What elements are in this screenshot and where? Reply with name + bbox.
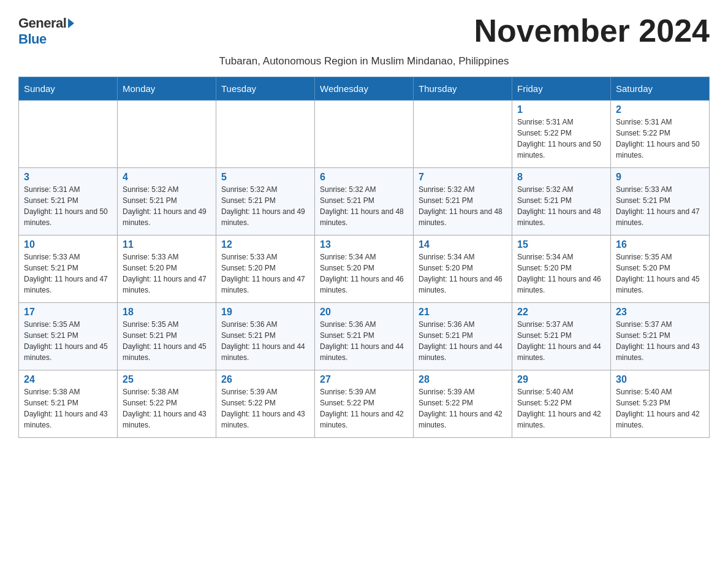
calendar-cell: 21Sunrise: 5:36 AMSunset: 5:21 PMDayligh… bbox=[414, 303, 512, 370]
day-number: 8 bbox=[517, 172, 605, 183]
weekday-header-friday: Friday bbox=[512, 77, 611, 101]
day-info: Sunrise: 5:33 AMSunset: 5:21 PMDaylight:… bbox=[24, 251, 112, 296]
calendar-week-row: 1Sunrise: 5:31 AMSunset: 5:22 PMDaylight… bbox=[19, 101, 710, 168]
month-title: November 2024 bbox=[474, 12, 710, 49]
calendar-cell: 4Sunrise: 5:32 AMSunset: 5:21 PMDaylight… bbox=[118, 168, 216, 236]
calendar-cell: 14Sunrise: 5:34 AMSunset: 5:20 PMDayligh… bbox=[414, 236, 512, 303]
day-number: 11 bbox=[123, 239, 211, 250]
day-info: Sunrise: 5:38 AMSunset: 5:21 PMDaylight:… bbox=[24, 386, 112, 431]
day-info: Sunrise: 5:36 AMSunset: 5:21 PMDaylight:… bbox=[419, 319, 507, 363]
calendar-cell: 5Sunrise: 5:32 AMSunset: 5:21 PMDaylight… bbox=[216, 168, 315, 236]
calendar-cell: 30Sunrise: 5:40 AMSunset: 5:23 PMDayligh… bbox=[611, 370, 710, 438]
day-info: Sunrise: 5:39 AMSunset: 5:22 PMDaylight:… bbox=[419, 386, 507, 431]
calendar-week-row: 3Sunrise: 5:31 AMSunset: 5:21 PMDaylight… bbox=[19, 168, 710, 236]
day-info: Sunrise: 5:35 AMSunset: 5:21 PMDaylight:… bbox=[24, 319, 112, 363]
calendar-cell: 8Sunrise: 5:32 AMSunset: 5:21 PMDaylight… bbox=[512, 168, 611, 236]
day-info: Sunrise: 5:37 AMSunset: 5:21 PMDaylight:… bbox=[616, 319, 704, 363]
calendar-week-row: 10Sunrise: 5:33 AMSunset: 5:21 PMDayligh… bbox=[19, 236, 710, 303]
calendar-week-row: 24Sunrise: 5:38 AMSunset: 5:21 PMDayligh… bbox=[19, 370, 710, 438]
day-number: 28 bbox=[419, 374, 507, 385]
day-number: 9 bbox=[616, 172, 704, 183]
day-info: Sunrise: 5:36 AMSunset: 5:21 PMDaylight:… bbox=[320, 319, 408, 363]
calendar-cell bbox=[19, 101, 118, 168]
calendar-cell: 3Sunrise: 5:31 AMSunset: 5:21 PMDaylight… bbox=[19, 168, 118, 236]
day-number: 26 bbox=[221, 374, 309, 385]
day-info: Sunrise: 5:35 AMSunset: 5:21 PMDaylight:… bbox=[123, 319, 211, 363]
day-info: Sunrise: 5:40 AMSunset: 5:23 PMDaylight:… bbox=[616, 386, 704, 431]
day-number: 7 bbox=[419, 172, 507, 183]
day-info: Sunrise: 5:39 AMSunset: 5:22 PMDaylight:… bbox=[221, 386, 309, 431]
day-info: Sunrise: 5:31 AMSunset: 5:22 PMDaylight:… bbox=[517, 117, 605, 161]
calendar-cell bbox=[414, 101, 512, 168]
calendar-cell: 16Sunrise: 5:35 AMSunset: 5:20 PMDayligh… bbox=[611, 236, 710, 303]
day-info: Sunrise: 5:32 AMSunset: 5:21 PMDaylight:… bbox=[123, 184, 211, 228]
day-number: 2 bbox=[616, 104, 704, 115]
day-number: 27 bbox=[320, 374, 408, 385]
calendar-cell: 6Sunrise: 5:32 AMSunset: 5:21 PMDaylight… bbox=[315, 168, 414, 236]
calendar-cell: 22Sunrise: 5:37 AMSunset: 5:21 PMDayligh… bbox=[512, 303, 611, 370]
logo-blue-text: Blue bbox=[18, 31, 47, 47]
day-number: 6 bbox=[320, 172, 408, 183]
day-info: Sunrise: 5:36 AMSunset: 5:21 PMDaylight:… bbox=[221, 319, 309, 363]
day-info: Sunrise: 5:31 AMSunset: 5:22 PMDaylight:… bbox=[616, 117, 704, 161]
calendar-cell: 11Sunrise: 5:33 AMSunset: 5:20 PMDayligh… bbox=[118, 236, 216, 303]
weekday-header-row: SundayMondayTuesdayWednesdayThursdayFrid… bbox=[19, 77, 710, 101]
day-number: 16 bbox=[616, 239, 704, 250]
calendar-cell: 29Sunrise: 5:40 AMSunset: 5:22 PMDayligh… bbox=[512, 370, 611, 438]
weekday-header-tuesday: Tuesday bbox=[216, 77, 315, 101]
day-info: Sunrise: 5:38 AMSunset: 5:22 PMDaylight:… bbox=[123, 386, 211, 431]
calendar-cell: 23Sunrise: 5:37 AMSunset: 5:21 PMDayligh… bbox=[611, 303, 710, 370]
day-info: Sunrise: 5:33 AMSunset: 5:20 PMDaylight:… bbox=[123, 251, 211, 296]
day-number: 15 bbox=[517, 239, 605, 250]
day-number: 10 bbox=[24, 239, 112, 250]
calendar-cell: 27Sunrise: 5:39 AMSunset: 5:22 PMDayligh… bbox=[315, 370, 414, 438]
logo: General Blue bbox=[18, 12, 74, 47]
calendar-cell: 12Sunrise: 5:33 AMSunset: 5:20 PMDayligh… bbox=[216, 236, 315, 303]
page-header: General Blue November 2024 bbox=[18, 12, 710, 49]
day-info: Sunrise: 5:31 AMSunset: 5:21 PMDaylight:… bbox=[24, 184, 112, 228]
day-number: 24 bbox=[24, 374, 112, 385]
calendar-cell: 20Sunrise: 5:36 AMSunset: 5:21 PMDayligh… bbox=[315, 303, 414, 370]
day-info: Sunrise: 5:32 AMSunset: 5:21 PMDaylight:… bbox=[517, 184, 605, 228]
weekday-header-saturday: Saturday bbox=[611, 77, 710, 101]
day-number: 3 bbox=[24, 172, 112, 183]
calendar-cell: 15Sunrise: 5:34 AMSunset: 5:20 PMDayligh… bbox=[512, 236, 611, 303]
day-number: 13 bbox=[320, 239, 408, 250]
day-number: 29 bbox=[517, 374, 605, 385]
day-number: 25 bbox=[123, 374, 211, 385]
day-number: 12 bbox=[221, 239, 309, 250]
calendar-cell: 26Sunrise: 5:39 AMSunset: 5:22 PMDayligh… bbox=[216, 370, 315, 438]
day-info: Sunrise: 5:37 AMSunset: 5:21 PMDaylight:… bbox=[517, 319, 605, 363]
day-info: Sunrise: 5:40 AMSunset: 5:22 PMDaylight:… bbox=[517, 386, 605, 431]
day-info: Sunrise: 5:33 AMSunset: 5:21 PMDaylight:… bbox=[616, 184, 704, 228]
day-info: Sunrise: 5:34 AMSunset: 5:20 PMDaylight:… bbox=[419, 251, 507, 296]
calendar-cell: 7Sunrise: 5:32 AMSunset: 5:21 PMDaylight… bbox=[414, 168, 512, 236]
calendar-table: SundayMondayTuesdayWednesdayThursdayFrid… bbox=[18, 77, 710, 438]
day-number: 1 bbox=[517, 104, 605, 115]
day-number: 17 bbox=[24, 307, 112, 318]
day-number: 19 bbox=[221, 307, 309, 318]
logo-general-text: General bbox=[18, 15, 66, 31]
weekday-header-thursday: Thursday bbox=[414, 77, 512, 101]
day-number: 18 bbox=[123, 307, 211, 318]
weekday-header-sunday: Sunday bbox=[19, 77, 118, 101]
day-info: Sunrise: 5:39 AMSunset: 5:22 PMDaylight:… bbox=[320, 386, 408, 431]
calendar-cell: 1Sunrise: 5:31 AMSunset: 5:22 PMDaylight… bbox=[512, 101, 611, 168]
calendar-week-row: 17Sunrise: 5:35 AMSunset: 5:21 PMDayligh… bbox=[19, 303, 710, 370]
weekday-header-wednesday: Wednesday bbox=[315, 77, 414, 101]
day-info: Sunrise: 5:35 AMSunset: 5:20 PMDaylight:… bbox=[616, 251, 704, 296]
calendar-cell: 9Sunrise: 5:33 AMSunset: 5:21 PMDaylight… bbox=[611, 168, 710, 236]
calendar-cell: 18Sunrise: 5:35 AMSunset: 5:21 PMDayligh… bbox=[118, 303, 216, 370]
day-number: 4 bbox=[123, 172, 211, 183]
calendar-cell: 17Sunrise: 5:35 AMSunset: 5:21 PMDayligh… bbox=[19, 303, 118, 370]
day-number: 14 bbox=[419, 239, 507, 250]
calendar-cell: 2Sunrise: 5:31 AMSunset: 5:22 PMDaylight… bbox=[611, 101, 710, 168]
calendar-cell: 19Sunrise: 5:36 AMSunset: 5:21 PMDayligh… bbox=[216, 303, 315, 370]
calendar-cell bbox=[216, 101, 315, 168]
day-number: 20 bbox=[320, 307, 408, 318]
day-number: 30 bbox=[616, 374, 704, 385]
calendar-cell: 24Sunrise: 5:38 AMSunset: 5:21 PMDayligh… bbox=[19, 370, 118, 438]
calendar-cell: 10Sunrise: 5:33 AMSunset: 5:21 PMDayligh… bbox=[19, 236, 118, 303]
subtitle: Tubaran, Autonomous Region in Muslim Min… bbox=[18, 55, 710, 67]
calendar-cell: 25Sunrise: 5:38 AMSunset: 5:22 PMDayligh… bbox=[118, 370, 216, 438]
